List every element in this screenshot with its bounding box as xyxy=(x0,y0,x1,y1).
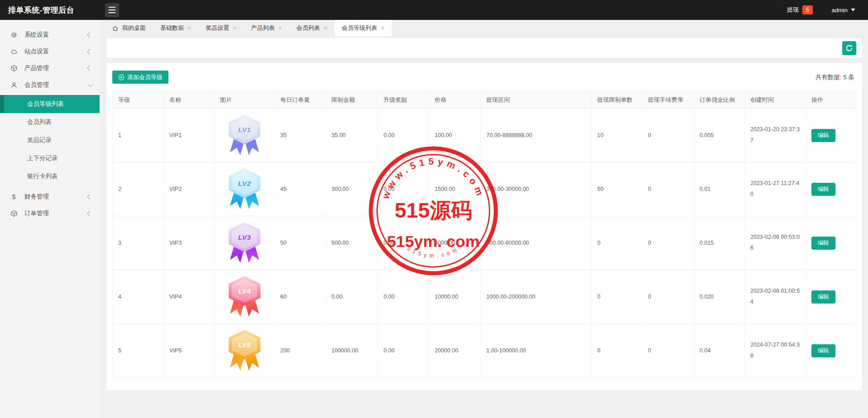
cell-limit_amount: 300.00 xyxy=(326,162,378,216)
main-area: 我的桌面基础数据×奖品设置×产品列表×会员列表×会员等级列表× 添加会员等级 xyxy=(100,20,868,418)
sidebar-subitem-1[interactable]: 会员列表 xyxy=(0,113,100,131)
close-icon[interactable]: × xyxy=(324,25,327,31)
cell-name: VIP2 xyxy=(164,162,215,216)
tab-3[interactable]: 产品列表× xyxy=(244,20,289,36)
cell-actions: 编辑 xyxy=(806,216,856,270)
sidebar-item-5[interactable]: 订单管理 xyxy=(0,205,100,222)
cell-name: VIP1 xyxy=(164,109,215,162)
edit-button[interactable]: 编辑 xyxy=(811,183,835,196)
sidebar-item-1[interactable]: 站点设置 xyxy=(0,43,100,60)
cell-daily_orders: 35 xyxy=(275,109,326,162)
cell-actions: 编辑 xyxy=(806,324,856,378)
table-row-4: 5VIP5 LV5 200100000.000.0020000.001.00-1… xyxy=(113,324,856,378)
sidebar-item-0[interactable]: 系统设置 xyxy=(0,26,100,43)
tab-0[interactable]: 我的桌面 xyxy=(105,20,153,36)
close-icon[interactable]: × xyxy=(278,25,282,31)
hamburger-menu-icon[interactable] xyxy=(105,3,119,17)
close-icon[interactable]: × xyxy=(187,25,191,31)
plus-circle-icon xyxy=(118,74,125,81)
cell-created_at: 2023-02-08 00:53:06 xyxy=(745,216,806,270)
cell-withdraw_fee: 0 xyxy=(643,109,694,162)
cell-level: 3 xyxy=(113,216,164,270)
add-member-level-button[interactable]: 添加会员等级 xyxy=(112,71,168,84)
total-count-text: 共有数据: 5 条 xyxy=(815,73,856,81)
tab-4[interactable]: 会员列表× xyxy=(289,20,335,36)
column-header-12: 操作 xyxy=(806,91,856,109)
close-icon[interactable]: × xyxy=(381,25,384,31)
cell-withdraw_limit: 0 xyxy=(592,324,643,378)
sidebar-item-2[interactable]: 产品管理 xyxy=(0,60,100,76)
cell-withdraw_range: 70.00-8888888.00 xyxy=(481,109,592,162)
cell-withdraw_range: 1.00-100000.00 xyxy=(481,324,592,378)
sidebar-subitem-3[interactable]: 上下分记录 xyxy=(0,149,100,167)
sidebar-subitem-4[interactable]: 银行卡列表 xyxy=(0,167,100,185)
sidebar-subitem-0[interactable]: 会员等级列表 xyxy=(0,95,100,113)
cell-daily_orders: 200 xyxy=(275,324,326,378)
level-badge-icon: LV4 xyxy=(227,276,262,318)
cell-withdraw_fee: 0 xyxy=(643,162,694,216)
column-header-6: 价格 xyxy=(429,91,481,109)
cell-created_at: 2024-07-27 00:54:38 xyxy=(745,324,806,378)
cell-name: VIP3 xyxy=(164,216,215,270)
cell-badge: LV2 xyxy=(215,162,275,216)
table-header-row: 等级名称图片每日订单量限制金额升级奖励价格提现区间提现限制单数提现手续费率订单佣… xyxy=(113,91,856,109)
cell-badge: LV1 xyxy=(215,109,275,162)
cell-commission: 0.020 xyxy=(694,270,745,324)
add-button-label: 添加会员等级 xyxy=(127,73,163,81)
user-menu[interactable]: admin xyxy=(832,7,855,14)
refresh-icon xyxy=(845,44,853,52)
top-bar: 排单系统-管理后台 提现 5 admin xyxy=(0,0,868,20)
sidebar-item-3[interactable]: 会员管理 xyxy=(0,76,100,93)
withdraw-label: 提现 xyxy=(787,6,799,14)
sidebar-item-4[interactable]: $财务管理 xyxy=(0,188,100,205)
edit-button[interactable]: 编辑 xyxy=(811,237,835,250)
tab-label: 我的桌面 xyxy=(122,24,146,32)
refresh-button[interactable] xyxy=(842,41,856,55)
level-badge-icon: LV3 xyxy=(227,222,262,264)
tab-label: 会员列表 xyxy=(297,24,320,32)
cell-actions: 编辑 xyxy=(806,162,856,216)
close-icon[interactable]: × xyxy=(233,25,236,31)
tab-2[interactable]: 奖品设置× xyxy=(198,20,244,36)
cell-created_at: 2023-01-20 23:37:37 xyxy=(745,109,806,162)
table-row-1: 2VIP2 LV2 45300.000.001500.00300.00-3000… xyxy=(113,162,856,216)
cell-created_at: 2023-02-08 01:00:54 xyxy=(745,270,806,324)
cell-commission: 0.005 xyxy=(694,109,745,162)
content-area: 添加会员等级 共有数据: 5 条 等级名称图片每日订单量限制金额升级奖励价格提现… xyxy=(100,36,868,418)
cell-upgrade_reward: 0.00 xyxy=(378,109,429,162)
chevron-left-icon xyxy=(87,49,92,54)
cloud-icon xyxy=(10,48,18,55)
column-header-8: 提现限制单数 xyxy=(592,91,643,109)
sidebar-menu: 系统设置站点设置产品管理会员管理会员等级列表会员列表奖品记录上下分记录银行卡列表… xyxy=(0,26,100,222)
cell-daily_orders: 50 xyxy=(275,216,326,270)
refresh-toolbar xyxy=(106,38,862,58)
cell-badge: LV4 xyxy=(215,270,275,324)
cell-withdraw_fee: 0 xyxy=(643,324,694,378)
column-header-4: 限制金额 xyxy=(326,91,378,109)
tab-5[interactable]: 会员等级列表× xyxy=(335,20,392,36)
cell-level: 4 xyxy=(113,270,164,324)
edit-button[interactable]: 编辑 xyxy=(811,344,835,357)
column-header-9: 提现手续费率 xyxy=(643,91,694,109)
dollar-icon: $ xyxy=(10,193,18,200)
cell-actions: 编辑 xyxy=(806,270,856,324)
cell-upgrade_reward: 0.00 xyxy=(378,324,429,378)
cell-level: 1 xyxy=(113,109,164,162)
edit-button[interactable]: 编辑 xyxy=(811,129,835,142)
chevron-left-icon xyxy=(87,211,92,216)
username: admin xyxy=(832,7,848,14)
home-icon xyxy=(112,25,119,32)
column-header-5: 升级奖励 xyxy=(378,91,429,109)
cell-withdraw_fee: 0 xyxy=(643,216,694,270)
tab-1[interactable]: 基础数据× xyxy=(153,20,198,36)
edit-button[interactable]: 编辑 xyxy=(811,290,835,304)
cell-actions: 编辑 xyxy=(806,109,856,162)
chevron-down-icon xyxy=(88,81,93,86)
column-header-11: 创建时间 xyxy=(745,91,806,109)
sidebar-subitem-2[interactable]: 奖品记录 xyxy=(0,131,100,149)
cell-upgrade_reward: 0.00 xyxy=(378,216,429,270)
column-header-0: 等级 xyxy=(113,91,164,109)
withdraw-count-badge: 5 xyxy=(802,5,813,14)
withdraw-menu[interactable]: 提现 5 xyxy=(787,5,813,14)
cell-daily_orders: 60 xyxy=(275,270,326,324)
